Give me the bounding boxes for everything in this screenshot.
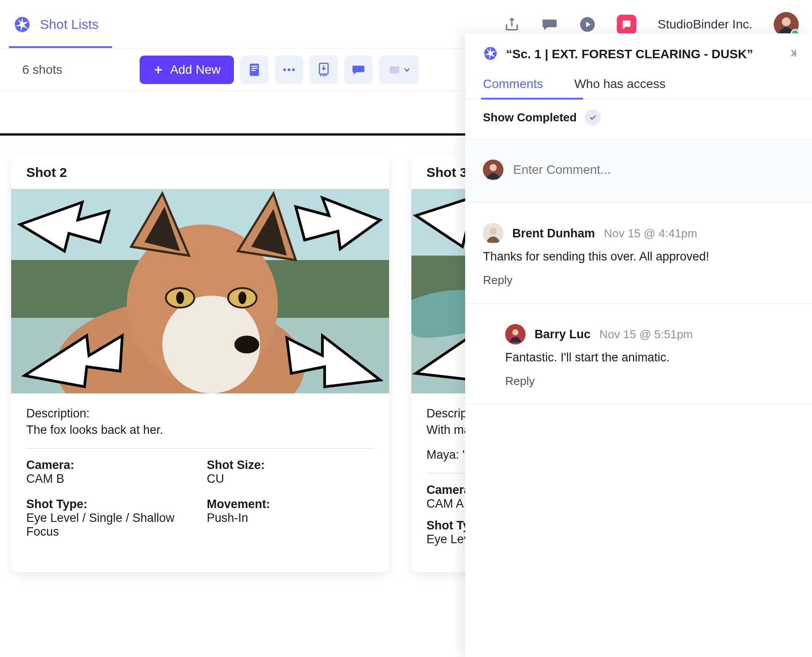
camera-label: Camera: [26, 458, 193, 472]
svg-rect-8 [251, 68, 257, 68]
svg-rect-15 [390, 66, 399, 73]
aperture-icon [483, 46, 498, 63]
svg-point-2 [626, 23, 627, 24]
panel-title: “Sc. 1 | EXT. FOREST CLEARING - DUSK” [506, 47, 779, 61]
tab-access[interactable]: Who has access [574, 77, 665, 99]
add-new-button[interactable]: Add New [140, 56, 234, 84]
comment-flag-icon[interactable] [541, 17, 558, 32]
svg-point-3 [628, 23, 630, 24]
shot-size-value: CU [207, 472, 374, 486]
more-options-button[interactable] [275, 56, 303, 84]
svg-point-11 [288, 68, 290, 71]
shot-count: 6 shots [22, 63, 62, 77]
shot-card[interactable]: Shot 2 [11, 153, 389, 572]
svg-point-1 [624, 23, 626, 24]
shot-size-label: Shot Size: [207, 458, 374, 472]
app-logo-icon [13, 16, 31, 33]
export-pdf-button[interactable]: PDF [310, 56, 338, 84]
camera-value: CAM B [26, 472, 193, 486]
svg-rect-9 [251, 70, 255, 71]
svg-text:PDF: PDF [320, 73, 328, 77]
tab-comments[interactable]: Comments [483, 77, 543, 99]
svg-point-12 [292, 68, 295, 71]
shot-lists-tab[interactable]: Shot Lists [40, 1, 99, 48]
document-view-button[interactable] [240, 56, 269, 84]
storyboard-image [11, 189, 389, 393]
share-icon[interactable] [504, 16, 520, 32]
comment-timestamp: Nov 15 @ 4:41pm [604, 227, 697, 240]
collapse-panel-icon[interactable] [787, 48, 799, 61]
description-text: The fox looks back at her. [26, 423, 374, 437]
description-label: Description: [26, 407, 374, 421]
comment-author: Barry Luc [535, 328, 591, 341]
svg-point-26 [234, 336, 259, 353]
current-user-avatar [483, 160, 503, 180]
svg-point-33 [490, 228, 497, 235]
comment-input[interactable] [513, 163, 794, 177]
org-name[interactable]: StudioBinder Inc. [658, 17, 752, 32]
svg-rect-7 [251, 66, 257, 67]
comment-text: Fantastic. I'll start the animatic. [505, 351, 794, 365]
svg-point-5 [782, 17, 791, 26]
reply-button[interactable]: Reply [483, 273, 794, 287]
movement-value: Push-In [207, 511, 374, 525]
svg-point-35 [512, 329, 519, 336]
show-completed-label: Show Completed [483, 111, 577, 124]
add-new-label: Add New [170, 63, 221, 77]
comment-text: Thanks for sending this over. All approv… [483, 250, 794, 264]
reply-button[interactable]: Reply [505, 374, 794, 388]
shot-type-label: Shot Type: [26, 497, 193, 511]
comment-timestamp: Nov 15 @ 5:51pm [599, 328, 693, 341]
comment-author: Brent Dunham [512, 227, 595, 240]
shot-type-value: Eye Level / Single / Shallow Focus [26, 511, 193, 539]
svg-point-10 [283, 68, 286, 71]
movement-label: Movement: [207, 497, 374, 511]
comment-tool-button[interactable] [344, 56, 373, 84]
comment-avatar [505, 324, 526, 345]
svg-point-31 [490, 164, 497, 171]
layout-dropdown-button[interactable] [379, 56, 419, 84]
svg-point-23 [176, 292, 184, 304]
studiobinder-badge-icon[interactable] [617, 15, 636, 34]
comment-avatar [483, 223, 503, 244]
comment-item: Brent Dunham Nov 15 @ 4:41pm Thanks for … [465, 203, 812, 304]
svg-point-25 [238, 292, 246, 304]
comments-panel: “Sc. 1 | EXT. FOREST CLEARING - DUSK” Co… [465, 33, 812, 657]
play-icon[interactable] [579, 16, 595, 32]
show-completed-toggle[interactable] [585, 109, 601, 125]
shot-title: Shot 2 [11, 153, 389, 189]
comment-item: Barry Luc Nov 15 @ 5:51pm Fantastic. I'l… [465, 304, 812, 405]
